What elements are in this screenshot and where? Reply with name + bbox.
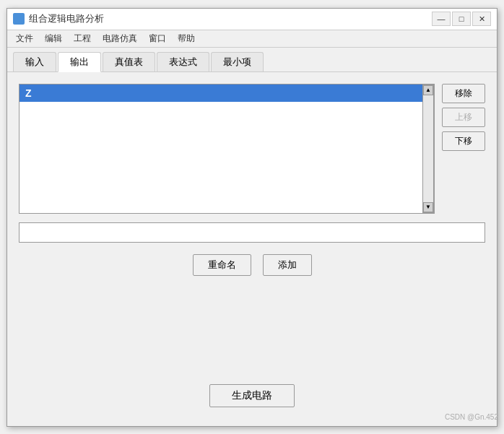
list-empty-area (19, 102, 422, 213)
action-buttons: 重命名 添加 (19, 254, 485, 276)
menu-bar: 文件编辑工程电路仿真窗口帮助 (7, 30, 497, 48)
side-buttons: 移除 上移 下移 (442, 84, 485, 214)
menu-item-电路仿真[interactable]: 电路仿真 (97, 31, 143, 46)
menu-item-文件[interactable]: 文件 (10, 31, 39, 46)
output-list: Z (19, 84, 422, 213)
main-window: 组合逻辑电路分析 — □ ✕ 文件编辑工程电路仿真窗口帮助 输入输出真值表表达式… (6, 8, 498, 427)
close-button[interactable]: ✕ (472, 12, 491, 26)
window-title: 组合逻辑电路分析 (29, 12, 432, 25)
tab-4[interactable]: 最小项 (211, 52, 264, 71)
list-section: Z ▲ ▼ 移除 上移 下移 (19, 84, 485, 214)
generate-button[interactable]: 生成电路 (209, 384, 295, 407)
app-icon (13, 13, 25, 25)
generate-section: 生成电路 (19, 384, 485, 415)
remove-button[interactable]: 移除 (442, 84, 485, 103)
tab-3[interactable]: 表达式 (157, 52, 209, 71)
maximize-button[interactable]: □ (452, 12, 471, 26)
tabs-bar: 输入输出真值表表达式最小项 (7, 48, 497, 72)
tab-1[interactable]: 输出 (58, 52, 101, 72)
menu-item-帮助[interactable]: 帮助 (172, 31, 201, 46)
tab-0[interactable]: 输入 (13, 52, 56, 71)
rename-button[interactable]: 重命名 (193, 254, 251, 276)
minimize-button[interactable]: — (432, 12, 451, 26)
name-input[interactable] (19, 222, 485, 243)
content-area: Z ▲ ▼ 移除 上移 下移 重命名 添加 (7, 72, 497, 426)
tab-2[interactable]: 真值表 (103, 52, 155, 71)
title-bar: 组合逻辑电路分析 — □ ✕ (7, 9, 497, 30)
menu-item-工程[interactable]: 工程 (68, 31, 97, 46)
down-button[interactable]: 下移 (442, 131, 485, 151)
menu-item-窗口[interactable]: 窗口 (143, 31, 172, 46)
scroll-down-btn[interactable]: ▼ (423, 202, 433, 212)
input-row (19, 222, 485, 243)
add-button[interactable]: 添加 (263, 254, 312, 276)
menu-item-编辑[interactable]: 编辑 (39, 31, 68, 46)
scroll-up-btn[interactable]: ▲ (423, 85, 433, 95)
watermark: CSDN @Gn.452 (445, 413, 498, 421)
scroll-track[interactable] (424, 95, 433, 202)
list-item-selected[interactable]: Z (19, 84, 422, 102)
window-controls: — □ ✕ (432, 12, 491, 26)
list-scrollbar: ▲ ▼ (422, 84, 434, 213)
up-button[interactable]: 上移 (442, 108, 485, 127)
